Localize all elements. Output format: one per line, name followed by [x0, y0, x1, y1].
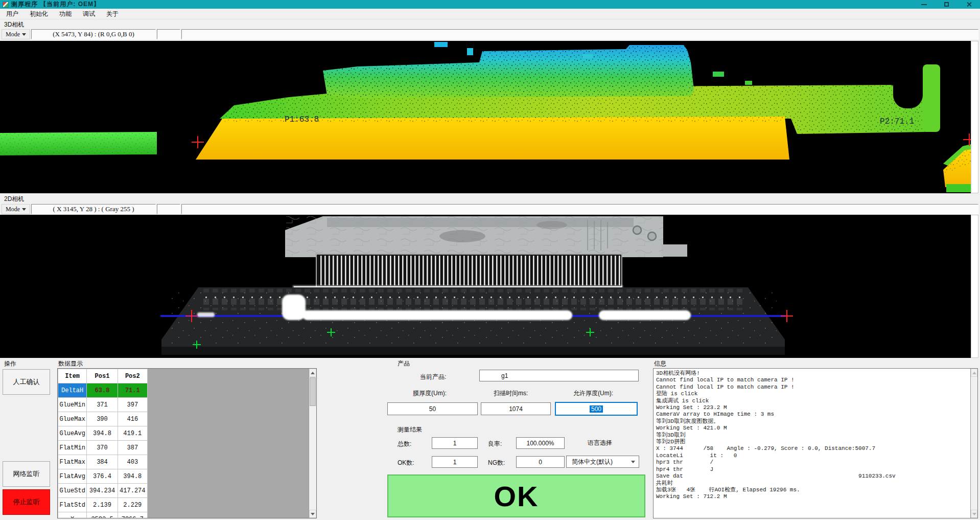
log-line: 加载3张 4张 行AOI检查, Elapsed 19296 ms.	[656, 487, 969, 493]
current-product-label: 当前产品:	[420, 373, 446, 381]
camera-3d-label: 3D相机	[4, 20, 24, 29]
table-row[interactable]: GlueMin 371 397	[58, 398, 148, 412]
close-icon	[966, 2, 972, 7]
menubar: 用户 初始化 功能 调试 关于	[0, 9, 980, 19]
log-line: 等到3D取到灰度图数据。	[656, 418, 969, 425]
result-status-text: OK	[494, 480, 539, 513]
camera-2d-label: 2D相机	[4, 195, 24, 204]
application-window: 测厚程序 【当前用户: OEM】 用户 初始化 功能 调试 关于 3D相机 Mo…	[0, 0, 980, 520]
col-pos2[interactable]: Pos2	[118, 369, 147, 383]
log-line: Cannot find local IP to match camera IP …	[656, 384, 969, 391]
chevron-down-icon	[22, 208, 26, 211]
scan-time-label: 扫描时间ms:	[494, 389, 528, 398]
ng-count-label: NG数:	[488, 459, 505, 467]
camera-3d-view: P1:63.8 P2:71.1	[0, 41, 971, 193]
ng-count-input[interactable]: 0	[516, 456, 565, 468]
scrollbar-thumb[interactable]	[310, 377, 316, 406]
operation-label: 操作	[4, 359, 16, 368]
table-row[interactable]: DeltaH 63.8 71.1	[58, 383, 148, 398]
current-product-input[interactable]: g1	[479, 370, 639, 381]
camera-2d-right-gutter	[971, 215, 978, 358]
chevron-down-icon	[22, 33, 26, 36]
camera-2d-status-bar	[181, 204, 978, 214]
camera-2d-pixel-readout: ( X 3145, Y 28 ) : ( Gray 255 )	[31, 204, 156, 214]
info-log[interactable]: 3D相机没有网络! Cannot find local IP to match …	[653, 368, 978, 518]
menu-user[interactable]: 用户	[1, 9, 24, 19]
data-display-grid: Item Pos1 Pos2 DeltaH 63.8 71.1 GlueMin …	[57, 368, 317, 518]
col-pos1[interactable]: Pos1	[87, 369, 118, 383]
scan-time-input[interactable]: 1074	[481, 402, 551, 415]
menu-debug[interactable]: 调试	[78, 9, 100, 19]
height-map-left-strip	[0, 132, 157, 155]
total-count-input[interactable]: 1	[432, 437, 478, 449]
camera-3d-status-bar	[181, 29, 978, 39]
connector-pins	[316, 254, 622, 287]
log-line: 等到2D拼图	[656, 439, 969, 445]
network-listen-button[interactable]: 网络监听	[3, 461, 50, 487]
chevron-down-icon	[631, 461, 635, 463]
log-line: Working Set : 223.2 M	[656, 404, 969, 411]
ok-count-input[interactable]: 1	[432, 456, 478, 468]
log-line: hpr4 thr J	[656, 466, 969, 473]
col-item[interactable]: Item	[58, 369, 87, 383]
log-line: hpr3 thr /	[656, 459, 969, 466]
log-line: 登陆 is click	[656, 391, 969, 397]
menu-init[interactable]: 初始化	[25, 9, 53, 19]
log-line: Save dat 9110233.csv	[656, 473, 969, 480]
manual-confirm-button[interactable]: 人工确认	[3, 369, 50, 395]
log-line: 共耗时	[656, 480, 969, 487]
table-row[interactable]: GlueMax 390 416	[58, 412, 148, 426]
log-line: LocateLi it : 0	[656, 453, 969, 459]
product-label: 产品	[398, 359, 410, 368]
menu-function[interactable]: 功能	[54, 9, 77, 19]
close-button[interactable]	[958, 0, 980, 9]
menu-about[interactable]: 关于	[101, 9, 124, 19]
info-label: 信息	[654, 359, 666, 368]
app-icon	[3, 2, 9, 8]
titlebar: 测厚程序 【当前用户: OEM】	[0, 0, 980, 9]
maximize-button[interactable]	[935, 0, 958, 9]
log-line: CameraV array to HImage time : 3 ms	[656, 411, 969, 418]
yield-input[interactable]: 100.000%	[516, 437, 565, 449]
camera-2d-mode-button[interactable]: Mode	[2, 204, 30, 214]
camera-3d-mode-button[interactable]: Mode	[2, 29, 30, 39]
scroll-up-icon[interactable]	[309, 369, 316, 377]
film-thickness-input[interactable]: 50	[387, 402, 478, 415]
scroll-down-icon[interactable]	[971, 510, 977, 518]
camera-2d-status-cell	[157, 204, 180, 214]
total-count-label: 总数:	[398, 440, 411, 448]
scroll-up-icon[interactable]	[971, 369, 977, 377]
maximize-icon	[944, 2, 949, 7]
camera-2d-view	[0, 215, 971, 358]
table-row[interactable]: GlueStd 394.234 417.274	[58, 484, 148, 498]
camera-3d-right-gutter	[971, 41, 978, 193]
log-line: 等到3D取到	[656, 432, 969, 439]
camera-3d-status-cell	[157, 29, 180, 39]
fixture-base	[161, 287, 785, 355]
allow-thickness-input[interactable]: 500	[555, 402, 638, 416]
log-line: Cannot find local IP to match camera IP …	[656, 377, 969, 383]
result-status-panel: OK	[387, 474, 645, 517]
ok-count-label: OK数:	[398, 459, 414, 467]
stop-listen-button[interactable]: 停止监听	[3, 489, 50, 515]
pcb-piece	[285, 216, 687, 257]
selected-text: 500	[590, 405, 603, 413]
log-line: 3D相机没有网络!	[656, 370, 969, 377]
table-row[interactable]: FlatMax 384 403	[58, 455, 148, 469]
table-scrollbar[interactable]	[309, 369, 316, 518]
language-select-label: 语言选择	[588, 439, 612, 447]
log-line: 集成调试 is click	[656, 398, 969, 404]
p1-measurement-label: P1:63.8	[285, 115, 319, 124]
table-row[interactable]: FlatMin 370 387	[58, 441, 148, 455]
minimize-button[interactable]	[913, 0, 935, 9]
minimize-icon	[921, 4, 927, 5]
table-row[interactable]: FlatStd 2.139 2.229	[58, 498, 148, 512]
log-scrollbar[interactable]	[970, 369, 977, 518]
table-header-row: Item Pos1 Pos2	[58, 369, 148, 383]
table-row[interactable]: GlueAvg 394.8 419.1	[58, 426, 148, 441]
language-select[interactable]: 简体中文(默认)	[566, 456, 639, 468]
table-row[interactable]: FlatAvg 376.4 394.8	[58, 469, 148, 484]
camera-3d-pixel-readout: (X 5473, Y 84) : (R 0,G 0,B 0)	[31, 29, 156, 39]
table-row[interactable]: X 2583.5 7866.7	[58, 512, 148, 519]
scroll-down-icon[interactable]	[309, 510, 316, 518]
